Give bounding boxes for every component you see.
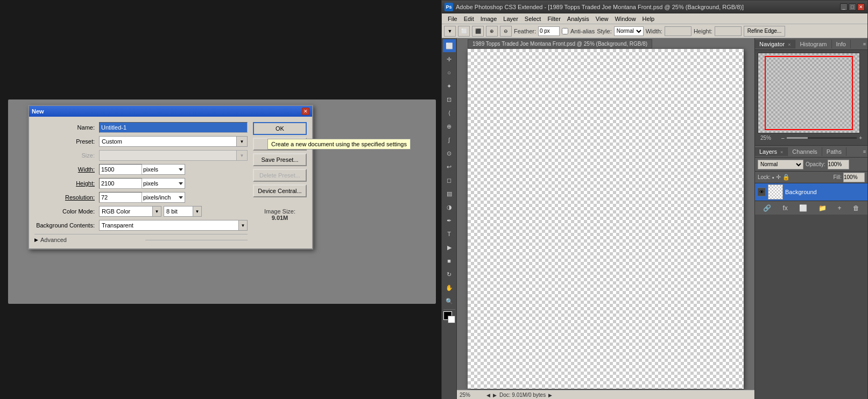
tool-shape[interactable]: ■	[443, 254, 456, 267]
preset-dropdown-button[interactable]: ▼	[237, 136, 248, 147]
layer-visibility-toggle[interactable]: 👁	[757, 188, 766, 196]
style-select[interactable]: Normal	[614, 26, 644, 36]
resolution-unit-select[interactable]: pixels/inch pixels/cm	[142, 192, 185, 203]
cancel-button[interactable]: Cancel	[253, 138, 307, 151]
tool-marquee-rect[interactable]: ⬜	[443, 39, 456, 52]
tool-dodge[interactable]: ◑	[443, 201, 456, 213]
lock-all-icon[interactable]: 🔒	[782, 174, 790, 181]
blend-mode-select[interactable]: Normal	[758, 160, 803, 169]
marquee-options-3[interactable]: ⊕	[486, 26, 498, 37]
bg-contents-input[interactable]	[99, 220, 239, 231]
tool-zoom[interactable]: 🔍	[443, 295, 456, 308]
menu-select[interactable]: Select	[521, 15, 545, 23]
navigator-close-icon[interactable]: ×	[788, 42, 791, 47]
advanced-toggle[interactable]: ▶	[34, 237, 38, 243]
restore-button[interactable]: □	[849, 3, 856, 11]
layer-delete-button[interactable]: 🗑	[853, 204, 859, 212]
size-input[interactable]	[99, 150, 237, 161]
tab-channels[interactable]: Channels	[788, 147, 822, 156]
width-value-input[interactable]	[99, 164, 142, 175]
canvas[interactable]	[468, 49, 744, 389]
tool-type[interactable]: T	[443, 227, 456, 240]
tab-navigator[interactable]: Navigator ×	[755, 40, 795, 48]
tool-pen[interactable]: ✒	[443, 214, 456, 227]
layers-close-icon[interactable]: ×	[780, 149, 783, 155]
tool-eyedropper[interactable]: ⟨	[443, 106, 456, 119]
height-input[interactable]	[715, 26, 742, 36]
background-color[interactable]	[448, 316, 455, 323]
status-forward[interactable]: ▶	[548, 393, 552, 398]
resolution-value-input[interactable]	[99, 192, 142, 203]
menu-file[interactable]: File	[444, 15, 461, 23]
width-unit-select[interactable]: pixels inches cm	[142, 164, 185, 175]
zoom-in-button[interactable]: +	[859, 135, 862, 141]
menu-analysis[interactable]: Analysis	[564, 15, 592, 23]
layer-group-button[interactable]: 📁	[818, 204, 827, 212]
layer-mask-button[interactable]: ⬜	[799, 204, 807, 212]
size-dropdown-button[interactable]: ▼	[237, 150, 248, 161]
zoom-slider[interactable]	[787, 137, 857, 139]
tool-options-btn[interactable]: ▼	[444, 26, 456, 37]
feather-input[interactable]	[538, 26, 560, 36]
ok-button[interactable]: OK	[253, 122, 307, 135]
menu-filter[interactable]: Filter	[544, 15, 563, 23]
marquee-options-1[interactable]: ⬜	[458, 26, 470, 37]
fill-input[interactable]	[843, 173, 865, 182]
tab-paths[interactable]: Paths	[822, 147, 846, 156]
antialias-checkbox[interactable]	[562, 28, 568, 34]
refine-edge-button[interactable]: Refine Edge...	[744, 26, 785, 37]
tab-layers[interactable]: Layers ×	[755, 147, 788, 156]
height-unit-select[interactable]: pixels inches cm	[142, 178, 185, 189]
tool-hand[interactable]: ✋	[443, 281, 456, 294]
menu-view[interactable]: View	[592, 15, 612, 23]
delete-preset-button[interactable]: Delete Preset...	[253, 169, 307, 182]
layer-new-button[interactable]: +	[838, 204, 842, 212]
menu-help[interactable]: Help	[639, 15, 658, 23]
name-input[interactable]	[99, 122, 248, 133]
device-central-button[interactable]: Device Central...	[253, 184, 307, 197]
tool-history[interactable]: ↩	[443, 160, 456, 173]
status-arrow-left[interactable]: ◀	[486, 393, 490, 398]
tool-crop[interactable]: ⊡	[443, 93, 456, 106]
zoom-out-button[interactable]: –	[781, 135, 785, 141]
lock-pixels-icon[interactable]: ▪	[772, 174, 774, 181]
navigator-viewbox[interactable]	[765, 56, 853, 130]
tool-lasso[interactable]: ○	[443, 66, 456, 79]
tab-histogram[interactable]: Histogram	[795, 40, 831, 48]
colormode-input[interactable]	[99, 206, 153, 217]
menu-image[interactable]: Image	[477, 15, 500, 23]
tool-3d-rotate[interactable]: ↻	[443, 268, 456, 281]
height-value-input[interactable]	[99, 178, 142, 189]
menu-window[interactable]: Window	[611, 15, 639, 23]
tool-marquee-move[interactable]: ✛	[443, 53, 456, 66]
colorbits-input[interactable]	[164, 206, 193, 217]
color-swatch[interactable]	[443, 311, 455, 323]
tool-wand[interactable]: ✦	[443, 80, 456, 92]
marquee-options-4[interactable]: ⊖	[500, 26, 512, 37]
marquee-options-2[interactable]: ⬛	[472, 26, 484, 37]
layers-menu-button[interactable]: ≡	[863, 149, 866, 154]
dialog-close-button[interactable]: ✕	[302, 108, 309, 115]
layer-row[interactable]: 👁 Background	[755, 183, 867, 201]
bg-contents-dropdown-button[interactable]: ▼	[239, 220, 248, 231]
lock-position-icon[interactable]: ✛	[776, 174, 781, 181]
tool-gradient[interactable]: ▤	[443, 187, 456, 200]
tool-path-select[interactable]: ▶	[443, 241, 456, 254]
menu-layer[interactable]: Layer	[500, 15, 521, 23]
tool-clone[interactable]: ⊙	[443, 147, 456, 160]
layer-link-button[interactable]: 🔗	[763, 204, 771, 212]
tool-brush[interactable]: ∫	[443, 133, 456, 146]
tab-info[interactable]: Info	[832, 40, 851, 48]
layer-style-button[interactable]: fx	[782, 204, 787, 212]
tool-eraser[interactable]: ◻	[443, 174, 456, 187]
colorbits-dropdown-button[interactable]: ▼	[193, 206, 202, 217]
colormode-dropdown-button[interactable]: ▼	[153, 206, 161, 217]
save-preset-button[interactable]: Save Preset...	[253, 153, 307, 166]
menu-edit[interactable]: Edit	[461, 15, 477, 23]
width-input[interactable]	[665, 26, 691, 36]
navigator-menu-button[interactable]: ≡	[863, 41, 866, 47]
status-arrow-right[interactable]: ▶	[493, 393, 497, 398]
close-button[interactable]: ✕	[857, 3, 865, 11]
preset-input[interactable]	[99, 136, 237, 147]
opacity-input[interactable]	[828, 160, 849, 169]
